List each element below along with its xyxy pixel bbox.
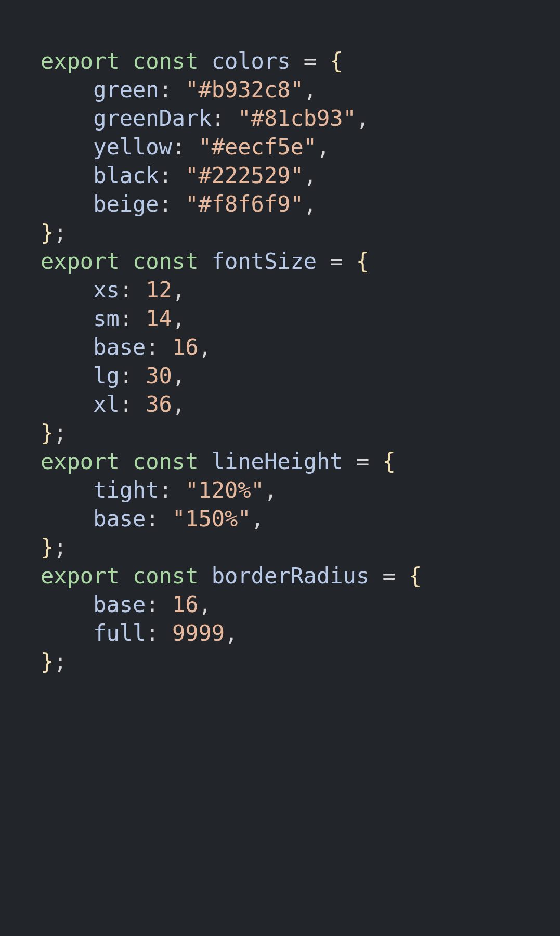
- number-literal: 16: [172, 592, 199, 617]
- comma: ,: [304, 77, 317, 102]
- identifier-colors: colors: [212, 48, 291, 74]
- number-literal: 12: [146, 277, 172, 303]
- keyword-export: export: [41, 563, 120, 589]
- semicolon: ;: [54, 220, 67, 245]
- string-literal: "#b932c8": [185, 77, 304, 102]
- property-key-tight: tight: [93, 477, 159, 503]
- semicolon: ;: [54, 535, 67, 560]
- operator-equals: =: [290, 48, 330, 74]
- property-key-xl: xl: [93, 392, 120, 417]
- number-literal: 16: [172, 334, 199, 360]
- comma: ,: [304, 191, 317, 217]
- property-key-base: base: [93, 592, 146, 617]
- property-key-yellow: yellow: [93, 134, 172, 160]
- colon: :: [159, 77, 186, 102]
- keyword-const: const: [133, 249, 198, 274]
- keyword-const: const: [133, 48, 198, 74]
- keyword-export: export: [41, 449, 120, 474]
- colon: :: [212, 106, 238, 131]
- colon: :: [172, 134, 199, 160]
- brace-open: {: [382, 449, 395, 474]
- operator-equals: =: [343, 449, 383, 474]
- comma: ,: [225, 620, 238, 646]
- semicolon: ;: [54, 649, 67, 674]
- semicolon: ;: [54, 420, 67, 446]
- identifier-lineHeight: lineHeight: [212, 449, 343, 474]
- number-literal: 9999: [172, 620, 225, 646]
- property-key-lg: lg: [93, 363, 120, 388]
- identifier-borderRadius: borderRadius: [212, 563, 369, 589]
- colon: :: [146, 506, 172, 531]
- brace-close: }: [41, 649, 54, 674]
- property-key-xs: xs: [93, 277, 120, 303]
- colon: :: [159, 163, 186, 188]
- brace-open: {: [409, 563, 422, 589]
- brace-close: }: [41, 535, 54, 560]
- comma: ,: [172, 277, 185, 303]
- comma: ,: [356, 106, 369, 131]
- keyword-export: export: [41, 249, 120, 274]
- property-key-sm: sm: [93, 306, 120, 331]
- string-literal: "#f8f6f9": [185, 191, 304, 217]
- brace-close: }: [41, 420, 54, 446]
- colon: :: [159, 191, 186, 217]
- colon: :: [120, 306, 146, 331]
- colon: :: [120, 277, 146, 303]
- keyword-export: export: [41, 48, 120, 74]
- string-literal: "#81cb93": [238, 106, 356, 131]
- property-key-base: base: [93, 334, 146, 360]
- comma: ,: [198, 592, 211, 617]
- brace-open: {: [356, 249, 369, 274]
- comma: ,: [172, 363, 185, 388]
- comma: ,: [172, 392, 185, 417]
- number-literal: 14: [146, 306, 172, 331]
- colon: :: [120, 392, 146, 417]
- property-key-full: full: [93, 620, 146, 646]
- property-key-green: green: [93, 77, 159, 102]
- code-block: export const colors = { green: "#b932c8"…: [0, 0, 560, 676]
- colon: :: [120, 363, 146, 388]
- comma: ,: [264, 477, 277, 503]
- property-key-base: base: [93, 506, 146, 531]
- operator-equals: =: [369, 563, 409, 589]
- property-key-greenDark: greenDark: [93, 106, 212, 131]
- string-literal: "120%": [185, 477, 264, 503]
- colon: :: [146, 592, 172, 617]
- comma: ,: [251, 506, 264, 531]
- keyword-const: const: [133, 563, 198, 589]
- colon: :: [159, 477, 186, 503]
- property-key-black: black: [93, 163, 159, 188]
- identifier-fontSize: fontSize: [212, 249, 317, 274]
- operator-equals: =: [317, 249, 356, 274]
- property-key-beige: beige: [93, 191, 159, 217]
- keyword-const: const: [133, 449, 198, 474]
- colon: :: [146, 334, 172, 360]
- colon: :: [146, 620, 172, 646]
- comma: ,: [304, 163, 317, 188]
- brace-open: {: [330, 48, 343, 74]
- number-literal: 36: [146, 392, 172, 417]
- comma: ,: [317, 134, 330, 160]
- string-literal: "#222529": [185, 163, 304, 188]
- brace-close: }: [41, 220, 54, 245]
- string-literal: "#eecf5e": [198, 134, 317, 160]
- comma: ,: [172, 306, 185, 331]
- number-literal: 30: [146, 363, 172, 388]
- comma: ,: [198, 334, 211, 360]
- string-literal: "150%": [172, 506, 251, 531]
